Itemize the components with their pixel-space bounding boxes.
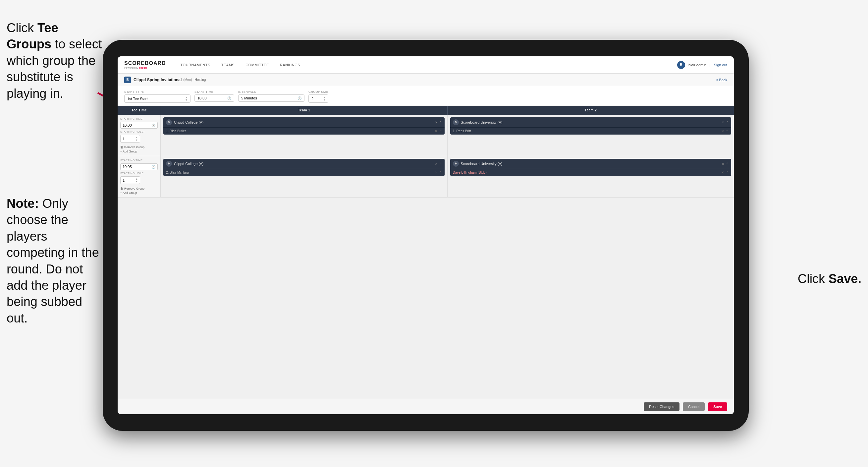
- team-card-2-2[interactable]: ⚑ Scoreboard University (A) ✕ ⌃ Dave Bil…: [450, 159, 732, 176]
- team-name-1-1: Clippd College (A): [174, 120, 433, 124]
- instruction-top-left: Click Tee Groups to select which group t…: [0, 20, 103, 102]
- group-right-2: ⚑ Clippd College (A) ✕ ⌃ 2. Blair McHarg: [161, 156, 734, 197]
- back-button[interactable]: < Back: [716, 78, 727, 82]
- breadcrumb-icon: B: [124, 77, 131, 83]
- start-time-label: Start Time: [194, 90, 234, 93]
- breadcrumb-hosting: Hosting: [194, 78, 206, 82]
- start-type-label: Start Type: [124, 90, 190, 93]
- logo-scoreboard: SCOREBOARD: [124, 60, 166, 66]
- team-card-header-2-1: ⚑ Clippd College (A) ✕ ⌃: [163, 159, 444, 169]
- start-type-input[interactable]: 1st Tee Start ▲ ▼: [124, 94, 190, 103]
- team-x-2-2[interactable]: ✕: [721, 162, 724, 166]
- groups-scroll[interactable]: STARTING TIME: 10:00 🕙 STARTING HOLE: 1 …: [118, 115, 734, 399]
- player-row-2-1-0: 2. Blair McHarg ✕ ⌃: [163, 169, 444, 176]
- team-card-1-1[interactable]: ⚑ Clippd College (A) ✕ ⌃ 1. Rich Butler: [163, 117, 444, 135]
- team-controls-2-1: ✕ ⌃: [435, 162, 442, 166]
- add-group-btn-1[interactable]: + Add Group: [120, 150, 158, 153]
- player-chevron-2-2-0[interactable]: ⌃: [726, 171, 728, 174]
- player-row-1-2-0: 1. Rees Britt ✕ ⌃: [450, 127, 732, 135]
- save-button[interactable]: Save: [708, 402, 727, 411]
- bottom-bar: Reset Changes Cancel Save: [118, 399, 734, 414]
- nav-links: TOURNAMENTS TEAMS COMMITTEE RANKINGS: [176, 61, 677, 69]
- starting-time-label-2: STARTING TIME:: [120, 159, 158, 162]
- th-team2: Team 2: [447, 106, 734, 115]
- tablet-frame: SCOREBOARD Powered by clippd TOURNAMENTS…: [103, 40, 749, 431]
- main-content: Start Type 1st Tee Start ▲ ▼ Start Time …: [118, 86, 734, 414]
- player-x-1-1-0[interactable]: ✕: [435, 129, 437, 133]
- nav-rankings[interactable]: RANKINGS: [275, 61, 305, 69]
- team-controls-2-2: ✕ ⌃: [721, 162, 728, 166]
- player-name-1-1-0: 1. Rich Butler: [166, 129, 433, 133]
- player-x-1-2-0[interactable]: ✕: [721, 129, 724, 133]
- start-type-spinner[interactable]: ▲ ▼: [185, 96, 187, 101]
- team-cell-1-2: ⚑ Scoreboard University (A) ✕ ⌃ 1. Rees …: [447, 115, 734, 156]
- intervals-field: Intervals 5 Minutes 🕙: [238, 90, 305, 103]
- team-icon-2-2: ⚑: [453, 161, 459, 167]
- starting-time-input-2[interactable]: 10:05 🕙: [120, 164, 158, 170]
- intervals-input[interactable]: 5 Minutes 🕙: [238, 94, 305, 102]
- team-controls-1-1: ✕ ⌃: [435, 121, 442, 124]
- team-chevron-2-2[interactable]: ⌃: [726, 162, 728, 166]
- player-name-2-1-0: 2. Blair McHarg: [166, 171, 433, 174]
- group-row-2: STARTING TIME: 10:05 🕙 STARTING HOLE: 1 …: [118, 156, 734, 198]
- team-x-1-1[interactable]: ✕: [435, 121, 438, 124]
- reset-changes-button[interactable]: Reset Changes: [644, 402, 680, 411]
- hole-spinner-1[interactable]: ▲ ▼: [135, 136, 138, 141]
- intervals-label: Intervals: [238, 90, 305, 93]
- nav-committee[interactable]: COMMITTEE: [241, 61, 274, 69]
- group-left-1: STARTING TIME: 10:00 🕙 STARTING HOLE: 1 …: [118, 115, 161, 156]
- table-header: Tee Time Team 1 Team 2: [118, 106, 734, 115]
- group-size-spinner[interactable]: ▲ ▼: [323, 96, 326, 101]
- team-card-header-2-2: ⚑ Scoreboard University (A) ✕ ⌃: [450, 159, 732, 169]
- starting-time-input-1[interactable]: 10:00 🕙: [120, 122, 158, 128]
- remove-group-btn-1[interactable]: 🗑 Remove Group: [120, 146, 158, 149]
- group1-clock-icon: 🕙: [151, 124, 155, 127]
- logo-area: SCOREBOARD Powered by clippd: [124, 60, 166, 69]
- start-time-input[interactable]: 10:00 🕙: [194, 94, 234, 102]
- team-x-1-2[interactable]: ✕: [721, 121, 724, 124]
- start-config-row: Start Type 1st Tee Start ▲ ▼ Start Time …: [118, 86, 734, 106]
- add-group-btn-2[interactable]: + Add Group: [120, 191, 158, 195]
- start-time-field: Start Time 10:00 🕙: [194, 90, 234, 103]
- player-chevron-1-1-0[interactable]: ⌃: [439, 129, 442, 133]
- instruction-right: Click Save.: [798, 272, 861, 286]
- group-size-field: Group Size 2 ▲ ▼: [308, 90, 328, 103]
- player-x-2-2-0[interactable]: ✕: [721, 171, 724, 174]
- group-left-2: STARTING TIME: 10:05 🕙 STARTING HOLE: 1 …: [118, 156, 161, 197]
- team-x-2-1[interactable]: ✕: [435, 162, 438, 166]
- intervals-clock-icon: 🕙: [298, 96, 302, 100]
- starting-hole-input-1[interactable]: 1 ▲ ▼: [120, 135, 140, 143]
- tablet-screen: SCOREBOARD Powered by clippd TOURNAMENTS…: [118, 56, 734, 414]
- player-row-1-1-0: 1. Rich Butler ✕ ⌃: [163, 127, 444, 135]
- team-card-header-1-1: ⚑ Clippd College (A) ✕ ⌃: [163, 117, 444, 127]
- group-size-input[interactable]: 2 ▲ ▼: [308, 94, 328, 103]
- clock-icon: 🕙: [227, 96, 231, 100]
- team-cell-2-1: ⚑ Clippd College (A) ✕ ⌃ 2. Blair McHarg: [161, 156, 447, 197]
- breadcrumb-gender: (Men): [183, 78, 192, 82]
- player-x-2-1-0[interactable]: ✕: [435, 171, 437, 174]
- team-card-1-2[interactable]: ⚑ Scoreboard University (A) ✕ ⌃ 1. Rees …: [450, 117, 732, 135]
- starting-hole-input-2[interactable]: 1 ▲ ▼: [120, 176, 140, 184]
- starting-hole-label-1: STARTING HOLE:: [120, 130, 158, 133]
- player-chevron-1-2-0[interactable]: ⌃: [726, 129, 728, 133]
- team-card-2-1[interactable]: ⚑ Clippd College (A) ✕ ⌃ 2. Blair McHarg: [163, 159, 444, 176]
- team-chevron-1-1[interactable]: ⌃: [439, 121, 442, 124]
- nav-tournaments[interactable]: TOURNAMENTS: [176, 61, 215, 69]
- th-team1: Team 1: [161, 106, 447, 115]
- group-actions-1: 🗑 Remove Group + Add Group: [120, 146, 158, 153]
- group-actions-2: 🗑 Remove Group + Add Group: [120, 187, 158, 195]
- player-row-2-2-0: Dave Billingham (SUB) ✕ ⌃: [450, 169, 732, 176]
- team-chevron-1-2[interactable]: ⌃: [726, 121, 728, 124]
- group-size-label: Group Size: [308, 90, 328, 93]
- hole-spinner-2[interactable]: ▲ ▼: [135, 178, 138, 183]
- sign-out-link[interactable]: Sign out: [714, 63, 727, 67]
- nav-teams[interactable]: TEAMS: [217, 61, 239, 69]
- player-chevron-2-1-0[interactable]: ⌃: [439, 171, 442, 174]
- remove-group-btn-2[interactable]: 🗑 Remove Group: [120, 187, 158, 190]
- instruction-note-left: Note: Only choose the players competing …: [0, 196, 103, 326]
- cancel-button[interactable]: Cancel: [683, 402, 705, 411]
- group-row: STARTING TIME: 10:00 🕙 STARTING HOLE: 1 …: [118, 115, 734, 156]
- breadcrumb-bar: B Clippd Spring Invitational (Men) Hosti…: [118, 74, 734, 86]
- avatar: B: [677, 61, 685, 69]
- team-chevron-2-1[interactable]: ⌃: [439, 162, 442, 166]
